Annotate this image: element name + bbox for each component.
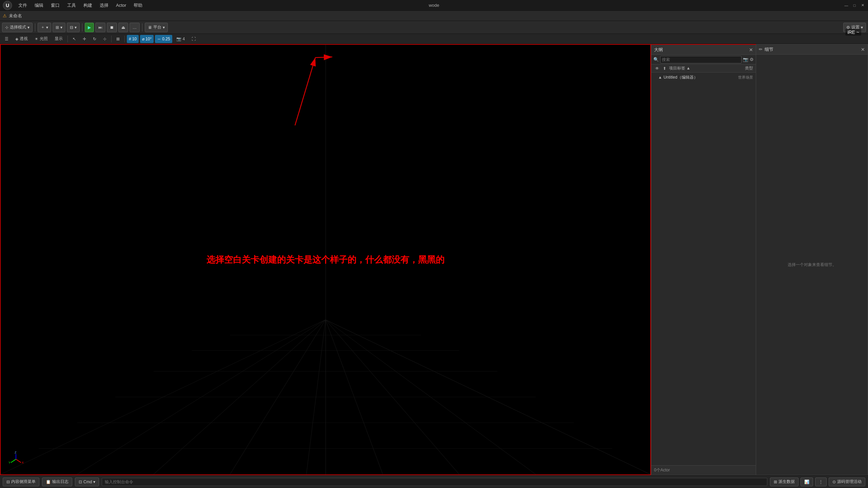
outliner-close-button[interactable]: ✕ (749, 47, 753, 53)
outliner-footer: 0个Actor (651, 465, 756, 475)
toolbar-sep-3 (142, 23, 142, 32)
outliner-search-input[interactable] (660, 56, 742, 63)
hamburger-button[interactable]: ☰ (2, 35, 11, 43)
outliner-content: ▲ Untitled（编辑器） 世界场景 (651, 73, 756, 465)
scale-icon: ⊹ (103, 37, 106, 41)
translate-icon: ✛ (83, 37, 86, 41)
details-panel: ✏ 细节 ✕ 选择一个对象来查看细节。 (756, 44, 868, 475)
perspective-button[interactable]: ◈ 透视 (13, 35, 31, 43)
menu-edit[interactable]: 编辑 (31, 2, 47, 9)
toolbar-sep-1 (35, 23, 35, 32)
project-bar: ⚠ 未命名 (0, 11, 868, 21)
outliner-columns: 👁 ⬆ 项目标签 ▲ 类型 (651, 64, 756, 73)
col-type: 类型 (729, 65, 753, 71)
menu-select[interactable]: 选择 (96, 2, 112, 9)
step-button[interactable]: ⏭ (95, 23, 105, 32)
add-button[interactable]: ＋ ▾ (38, 23, 51, 32)
surface-snap-button[interactable]: ⊠ (114, 35, 122, 43)
svg-text:X: X (22, 461, 24, 464)
derived-data-label: 派生数据 (778, 479, 795, 485)
build-icon: ⊟ (70, 25, 73, 30)
output-log-icon: 📋 (46, 480, 51, 484)
more-play-button[interactable]: … (130, 23, 140, 32)
ue-logo-icon: U (3, 1, 12, 10)
graph-button[interactable]: 📊 (801, 477, 813, 486)
menu-build[interactable]: 构建 (80, 2, 96, 9)
grid-size-value: 10 (132, 37, 137, 41)
derived-data-icon: ⊞ (774, 480, 777, 484)
details-header: ✏ 细节 ✕ (756, 44, 868, 55)
menu-bar: 文件 编辑 窗口 工具 构建 选择 Actor 帮助 (15, 2, 146, 9)
lit-button[interactable]: ☀ 光照 (32, 35, 51, 43)
step-icon: ⏭ (98, 25, 102, 30)
more-bottom-button[interactable]: ⋮ (815, 477, 827, 486)
main-toolbar: ⊹ 选择模式 ▾ ＋ ▾ ⊞ ▾ ⊟ ▾ ▶ ⏭ ⏹ ⏏ … 🖥 平台 ▾ (0, 21, 868, 34)
col-label[interactable]: 项目标签 ▲ (669, 65, 728, 71)
select-mode-button[interactable]: ⊹ 选择模式 ▾ (2, 23, 33, 32)
output-log-button[interactable]: 📋 输出日志 (42, 477, 72, 486)
hamburger-icon: ☰ (5, 37, 8, 41)
menu-help[interactable]: 帮助 (130, 2, 146, 9)
cursor-icon: ⊹ (5, 25, 8, 30)
derived-data-button[interactable]: ⊞ 派生数据 (770, 477, 798, 486)
warning-icon: ⚠ (3, 13, 7, 18)
outliner-item-label: Untitled（编辑器） (664, 75, 728, 80)
grid-size-button[interactable]: # 10 (127, 35, 139, 43)
outliner-panel: 大纲 ✕ 🔍 📷 ⚙ 👁 ⬆ 项目标签 ▲ 类型 ▲ Untitl (651, 44, 756, 475)
eject-icon: ⏏ (121, 25, 125, 30)
play-button[interactable]: ▶ (85, 23, 94, 32)
scale-tool[interactable]: ⊹ (100, 35, 109, 43)
graph-icon: 📊 (804, 480, 809, 484)
angle-button[interactable]: ⌀ 10° (140, 35, 154, 43)
outliner-search-bar: 🔍 📷 ⚙ (651, 55, 756, 64)
show-button[interactable]: 显示 (52, 35, 65, 43)
platform-button[interactable]: 🖥 平台 ▾ (145, 23, 168, 32)
build-dropdown-icon: ▾ (75, 25, 77, 30)
main-area: 选择空白关卡创建的关卡是这个样子的，什么都没有，黑黑的 X Y Z 大纲 ✕ 🔍… (0, 44, 868, 475)
build-dropdown[interactable]: ⊟ ▾ (67, 23, 80, 32)
scale-button[interactable]: ↔ 0.25 (155, 35, 172, 43)
content-browser-button[interactable]: ⊟ 内容侧滑菜单 (3, 477, 39, 486)
search-icon: 🔍 (653, 57, 659, 62)
grid-button[interactable]: ⊞ ▾ (53, 23, 65, 32)
camera-speed-button[interactable]: 📷 4 (174, 35, 188, 43)
angle-icon: ⌀ (142, 37, 144, 41)
settings-dropdown-icon: ▾ (861, 25, 863, 30)
menu-window[interactable]: 窗口 (47, 2, 63, 9)
content-browser-icon: ⊟ (6, 480, 10, 484)
details-close-button[interactable]: ✕ (861, 47, 865, 52)
cmd-label: Cmd (83, 480, 92, 484)
svg-text:U: U (6, 3, 9, 8)
svg-text:Z: Z (15, 451, 17, 454)
stop-button[interactable]: ⏹ (107, 23, 117, 32)
translate-tool[interactable]: ✛ (80, 35, 89, 43)
close-button[interactable]: ✕ (860, 3, 865, 8)
select-icon: ↖ (73, 37, 76, 41)
console-input[interactable] (102, 478, 767, 486)
eject-button[interactable]: ⏏ (118, 23, 128, 32)
stop-icon: ⏹ (110, 25, 114, 30)
output-log-label: 输出日志 (52, 479, 68, 485)
camera-search-icon: 📷 (743, 57, 748, 62)
menu-tools[interactable]: 工具 (64, 2, 79, 9)
menu-file[interactable]: 文件 (15, 2, 31, 9)
menu-actor[interactable]: Actor (113, 2, 130, 8)
outliner-item[interactable]: ▲ Untitled（编辑器） 世界场景 (651, 73, 756, 81)
ire-indicator: iRE ~ (845, 29, 861, 36)
rotate-tool[interactable]: ↻ (90, 35, 99, 43)
source-control-button[interactable]: ⊙ 源码管理活动 (829, 477, 865, 486)
maximize-viewport-button[interactable]: ⛶ (189, 35, 198, 43)
outliner-title: 大纲 (654, 47, 663, 53)
select-tool[interactable]: ↖ (70, 35, 79, 43)
more-bottom-icon: ⋮ (819, 480, 823, 484)
title-bar: U 文件 编辑 窗口 工具 构建 选择 Actor 帮助 wode — □ ✕ (0, 0, 868, 11)
minimize-button[interactable]: — (844, 3, 849, 8)
maximize-button[interactable]: □ (852, 3, 857, 8)
svg-line-19 (16, 459, 21, 463)
platform-label: 平台 (153, 24, 161, 30)
dropdown-arrow-icon: ▾ (27, 25, 29, 30)
lit-label: 光照 (40, 36, 48, 42)
cmd-button[interactable]: ⊡ Cmd ▾ (75, 477, 99, 486)
camera-speed-value: 4 (183, 37, 185, 41)
viewport[interactable]: 选择空白关卡创建的关卡是这个样子的，什么都没有，黑黑的 X Y Z (0, 44, 651, 475)
